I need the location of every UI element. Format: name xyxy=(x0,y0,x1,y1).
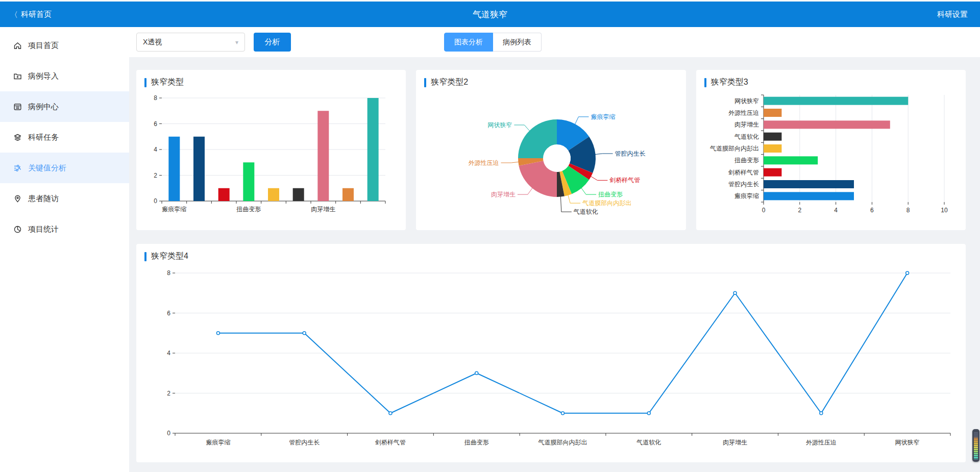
svg-text:剑桥样气管: 剑桥样气管 xyxy=(375,439,406,446)
bar-chart-canvas[interactable]: 02468瘢痕挛缩扭曲变形肉芽增生 xyxy=(143,91,399,217)
card-title: 狭窄类型4 xyxy=(136,244,966,265)
svg-text:管腔内生长: 管腔内生长 xyxy=(615,150,646,157)
sidebar-item-label: 项目统计 xyxy=(28,225,59,234)
svg-text:6: 6 xyxy=(167,310,170,317)
line-chart-canvas[interactable]: 02468瘢痕挛缩管腔内生长剑桥样气管扭曲变形气道膜部向内彭出气道软化肉芽增生外… xyxy=(143,265,959,452)
svg-text:扭曲变形: 扭曲变形 xyxy=(734,157,759,164)
settings-link[interactable]: 科研设置 xyxy=(937,10,980,19)
svg-text:网状狭窄: 网状狭窄 xyxy=(895,439,920,446)
dashboard-content: 狭窄类型 02468瘢痕挛缩扭曲变形肉芽增生 狭窄类型2 瘢痕挛缩管腔内生长剑桥… xyxy=(129,57,980,472)
sidebar-item-patient-followup[interactable]: 患者随访 xyxy=(0,183,129,214)
sidebar-item-label: 项目首页 xyxy=(28,41,59,51)
sidebar-item-project-stats[interactable]: 项目统计 xyxy=(0,214,129,244)
page-title: 气道狭窄 xyxy=(0,9,980,20)
layers-icon xyxy=(13,133,22,142)
svg-text:气道膜部向内彭出: 气道膜部向内彭出 xyxy=(582,200,631,207)
svg-text:6: 6 xyxy=(154,120,157,128)
sidebar-item-key-value-analysis[interactable]: 关键值分析 xyxy=(0,153,129,183)
svg-text:瘢痕挛缩: 瘢痕挛缩 xyxy=(162,206,186,213)
svg-text:气道软化: 气道软化 xyxy=(573,208,598,215)
svg-text:6: 6 xyxy=(870,207,874,214)
svg-text:8: 8 xyxy=(167,269,170,277)
svg-text:4: 4 xyxy=(154,146,157,153)
pie-chart-canvas[interactable]: 瘢痕挛缩管腔内生长剑桥样气管扭曲变形气道膜部向内彭出气道软化肉芽增生外源性压迫网… xyxy=(423,91,678,217)
svg-text:肉芽增生: 肉芽增生 xyxy=(491,191,516,198)
svg-text:10: 10 xyxy=(941,207,948,214)
svg-text:剑桥样气管: 剑桥样气管 xyxy=(728,169,759,176)
sidebar-item-project-home[interactable]: 项目首页 xyxy=(0,30,129,61)
svg-text:肉芽增生: 肉芽增生 xyxy=(311,206,335,213)
chevron-down-icon: ▾ xyxy=(235,39,238,46)
toolbar: X透视 ▾ 分析 图表分析 病例列表 xyxy=(129,27,980,57)
sidebar-item-label: 科研任务 xyxy=(28,133,59,142)
floating-widget[interactable] xyxy=(972,429,979,462)
svg-text:网状狭窄: 网状狭窄 xyxy=(488,121,512,129)
title-accent-bar xyxy=(704,78,706,87)
svg-text:4: 4 xyxy=(167,350,170,357)
svg-text:2: 2 xyxy=(798,207,801,214)
sidebar-item-research-tasks[interactable]: 科研任务 xyxy=(0,122,129,153)
folder-import-icon xyxy=(13,72,22,81)
case-grid-icon xyxy=(13,103,22,111)
sidebar-item-case-import[interactable]: 病例导入 xyxy=(0,61,129,91)
map-pin-icon xyxy=(13,194,22,203)
svg-text:8: 8 xyxy=(154,94,157,102)
svg-text:外源性压迫: 外源性压迫 xyxy=(728,109,759,116)
svg-text:网状狭窄: 网状狭窄 xyxy=(734,97,759,105)
card-stenosis-type-2: 狭窄类型2 瘢痕挛缩管腔内生长剑桥样气管扭曲变形气道膜部向内彭出气道软化肉芽增生… xyxy=(416,70,685,230)
svg-text:0: 0 xyxy=(154,197,157,205)
widget-stripes-icon xyxy=(974,432,978,459)
svg-text:扭曲变形: 扭曲变形 xyxy=(236,206,261,213)
sidebar-item-label: 患者随访 xyxy=(28,194,59,204)
horizontal-bar-chart-canvas[interactable]: 0246810网状狭窄外源性压迫肉芽增生气道软化气道膜部向内彭出扭曲变形剑桥样气… xyxy=(703,91,959,217)
svg-text:瘢痕挛缩: 瘢痕挛缩 xyxy=(734,192,759,200)
select-value: X透视 xyxy=(143,38,162,47)
card-title: 狭窄类型 xyxy=(136,70,406,91)
svg-text:0: 0 xyxy=(762,207,765,214)
tab-case-list[interactable]: 病例列表 xyxy=(493,33,542,52)
card-title-text: 狭窄类型 xyxy=(151,77,184,88)
svg-text:扭曲变形: 扭曲变形 xyxy=(598,191,623,198)
title-accent-bar xyxy=(144,252,146,261)
svg-text:外源性压迫: 外源性压迫 xyxy=(469,159,499,166)
svg-text:瘢痕挛缩: 瘢痕挛缩 xyxy=(591,113,616,120)
svg-text:2: 2 xyxy=(167,390,170,397)
card-title: 狭窄类型2 xyxy=(416,70,685,91)
svg-text:气道软化: 气道软化 xyxy=(636,439,661,446)
svg-text:管腔内生长: 管腔内生长 xyxy=(289,439,320,446)
card-title-text: 狭窄类型4 xyxy=(151,251,188,262)
sidebar-item-case-center[interactable]: 病例中心 xyxy=(0,91,129,122)
svg-text:气道软化: 气道软化 xyxy=(734,133,759,140)
sidebar-item-label: 关键值分析 xyxy=(28,163,66,173)
svg-text:扭曲变形: 扭曲变形 xyxy=(464,439,489,446)
svg-text:肉芽增生: 肉芽增生 xyxy=(734,121,759,128)
sidebar: 项目首页 病例导入 病例中心 科研任务 关键值分析 患者随访 项目统计 xyxy=(0,27,129,472)
title-accent-bar xyxy=(144,78,146,87)
card-title: 狭窄类型3 xyxy=(696,70,966,91)
card-stenosis-type-1: 狭窄类型 02468瘢痕挛缩扭曲变形肉芽增生 xyxy=(136,70,406,230)
svg-text:瘢痕挛缩: 瘢痕挛缩 xyxy=(206,439,230,446)
sidebar-item-label: 病例导入 xyxy=(28,71,59,81)
svg-text:气道膜部向内彭出: 气道膜部向内彭出 xyxy=(709,145,759,152)
view-tab-group: 图表分析 病例列表 xyxy=(444,33,542,52)
network-icon xyxy=(13,164,22,172)
card-stenosis-type-4: 狭窄类型4 02468瘢痕挛缩管腔内生长剑桥样气管扭曲变形气道膜部向内彭出气道软… xyxy=(136,244,966,462)
svg-text:2: 2 xyxy=(154,172,157,179)
svg-text:0: 0 xyxy=(167,430,170,437)
app-header: 〈 科研首页 气道狭窄 科研设置 xyxy=(0,2,980,27)
svg-text:8: 8 xyxy=(906,207,910,214)
svg-text:气道膜部向内彭出: 气道膜部向内彭出 xyxy=(538,439,587,446)
home-icon xyxy=(13,41,22,50)
card-stenosis-type-3: 狭窄类型3 0246810网状狭窄外源性压迫肉芽增生气道软化气道膜部向内彭出扭曲… xyxy=(696,70,966,230)
svg-text:4: 4 xyxy=(834,207,838,214)
tab-chart-analysis[interactable]: 图表分析 xyxy=(444,33,493,52)
study-type-select[interactable]: X透视 ▾ xyxy=(136,33,245,52)
analyze-button[interactable]: 分析 xyxy=(254,33,291,52)
card-title-text: 狭窄类型2 xyxy=(431,77,468,88)
svg-text:剑桥样气管: 剑桥样气管 xyxy=(609,177,641,184)
svg-text:外源性压迫: 外源性压迫 xyxy=(806,439,837,446)
title-accent-bar xyxy=(424,78,426,87)
card-title-text: 狭窄类型3 xyxy=(711,77,748,88)
svg-text:肉芽增生: 肉芽增生 xyxy=(723,439,747,446)
svg-text:管腔内生长: 管腔内生长 xyxy=(728,181,759,188)
